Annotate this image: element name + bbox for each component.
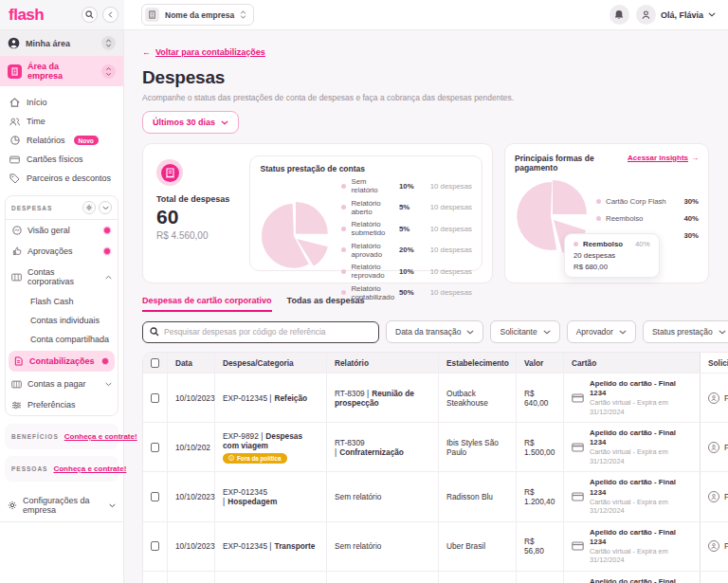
legend-dot [341,290,346,295]
arrow-left-icon: ← [142,47,151,57]
accounts-icon [11,273,22,282]
tag-icon [9,173,20,183]
back-link-label: Voltar para contabilizações [155,47,265,57]
row-checkbox[interactable] [151,541,159,551]
promo-title: PESSOAS [11,465,47,472]
sidebar-item-configuracoes[interactable]: Configurações da empresa [0,489,123,522]
sidebar-item-my-area[interactable]: Minha área [0,30,123,56]
search-input[interactable] [164,327,372,337]
legend-dot [341,269,346,274]
avatar-icon [708,491,719,502]
topbar-left: flash [0,0,124,29]
sidebar-item-contas-individuais[interactable]: Contas individuais [6,311,118,330]
nav-label: Contas a pagar [27,379,86,389]
tab-todas-as-despesas[interactable]: Todas as despesas [287,296,365,312]
avatar-icon [708,392,719,404]
column-header: Estabelecimento [439,353,517,373]
sidebar-item-company-area[interactable]: Área da empresa [0,56,123,86]
sidebar-item-relatorios[interactable]: Relatórios Novo [4,131,119,150]
notifications-button[interactable] [610,5,629,25]
gear-icon [8,501,17,510]
sidebar-item-flash-cash[interactable]: Flash Cash [6,292,118,311]
period-filter-button[interactable]: Últimos 30 dias [142,111,239,134]
column-header: Solicitante [700,353,728,373]
filter-solicitante[interactable]: Solicitante [490,320,559,343]
chevron-down-icon [102,206,109,210]
row-checkbox[interactable] [151,443,159,452]
total-expenses-count: 60 [156,206,238,228]
user-menu[interactable]: Olá, Flávia [636,5,716,25]
row-checkbox[interactable] [151,393,159,403]
column-header: Data [168,353,215,373]
company-selector[interactable]: Nome da empresa [141,4,254,26]
nav-label: Preferências [27,400,76,410]
arrow-right-icon: → [691,154,699,162]
nav-label: Configurações da empresa [23,496,103,515]
legend-item: Relatório aberto5%10 despesas [341,199,472,216]
search-button[interactable] [82,7,98,23]
expenses-collapse-button[interactable] [99,201,112,214]
filter-status-prestacao[interactable]: Status prestação [643,320,728,343]
collapse-sidebar-button[interactable] [102,7,118,23]
policy-badge: Fora da política [223,453,287,464]
status-chart-card: Status prestação de contas Sem relatório… [249,155,482,271]
legend-item: Relatório aprovado20%10 despesas [341,242,472,259]
payment-methods-card: Principais formas de pagamento Acessar i… [504,143,709,283]
expenses-section-header: DESPESAS [6,196,118,220]
my-area-label: Minha área [26,39,70,48]
sidebar-item-contas-corporativas[interactable]: Contas corporativas [6,262,118,292]
legend-dot [596,199,601,204]
greeting-label: Olá, Flávia [661,10,703,20]
sidebar-item-cartoes-fisicos[interactable]: Cartões físicos [4,150,119,169]
count-badge [102,246,112,256]
switch-area-icon[interactable] [101,36,116,50]
payment-card-title: Principais formas de pagamento [515,154,619,173]
topbar: flash Nome da empresa Olá, Flávia [0,0,728,30]
sidebar-item-contabilizacoes[interactable]: Contabilizações [9,351,115,372]
sidebar-item-time[interactable]: Time [4,112,119,131]
select-all-checkbox[interactable] [151,358,159,368]
sort-icon [240,10,246,19]
chevron-down-icon [109,503,116,508]
back-link[interactable]: ← Voltar para contabilizações [142,47,265,57]
expenses-table: Data Despesa/Categoria Relatório Estabel… [142,352,728,583]
promo-link[interactable]: Conheça e contrate! [53,465,126,473]
expenses-summary-card: Total de despesas 60 R$ 4.560,00 Status … [142,143,493,283]
card-icon [9,155,20,164]
promo-beneficios: BENEFÍCIOS Conheça e contrate! [5,424,118,449]
count-badge [100,356,110,366]
nav-label: Contabilizações [29,356,95,366]
sidebar-item-visao-geral[interactable]: Visão geral [6,220,118,241]
table-row: 10/10/2023 EXP-012345 |Passagem aérea RT… [143,572,728,583]
promo-pessoas: PESSOAS Conheça e contrate! [5,456,118,482]
filter-data-transacao[interactable]: Data da transação [386,320,483,343]
chevron-down-icon [466,330,474,335]
filter-aprovador[interactable]: Aprovador [567,320,636,343]
row-checkbox[interactable] [151,492,159,501]
column-header: Despesa/Categoria [215,353,327,373]
sidebar-item-conta-compartilhada[interactable]: Conta compartilhada [6,330,118,349]
card-icon [572,393,584,403]
sidebar-item-preferencias[interactable]: Preferências [6,394,118,415]
table-row: 10/10/2023 EXP-012345 |Hospedagem Sem re… [143,472,728,521]
sidebar-item-inicio[interactable]: Início [4,93,119,112]
expenses-section-title: DESPESAS [11,205,52,211]
sidebar-item-parceiros[interactable]: Parceiros e descontos [4,169,119,188]
avatar-icon [708,540,719,552]
legend-item: Cartão Corp Flash30% [596,197,699,206]
nav-label: Parceiros e descontos [27,173,111,183]
status-legend: Sem relatório10%10 despesas Relatório ab… [341,177,472,301]
sidebar-item-aprovacoes[interactable]: Aprovações [6,241,118,262]
search-box [142,321,379,343]
nav-label: Relatórios [27,136,65,145]
chevron-down-icon [719,330,726,335]
column-header: Valor [517,353,564,373]
expenses-settings-button[interactable] [82,201,96,214]
collapse-icon[interactable] [101,64,116,79]
table-row: 10/10/2023 EXP-012345 |Refeição RT-8309 … [143,373,728,423]
insights-link[interactable]: Acessar insights→ [628,154,699,162]
pie-slice [296,202,328,234]
sidebar-item-contas-a-pagar[interactable]: Contas a pagar [6,373,118,394]
tab-despesas-cartao-corporativo[interactable]: Despesas de cartão corporativo [142,296,272,312]
filter-row: Data da transação Solicitante Aprovador … [142,320,728,343]
